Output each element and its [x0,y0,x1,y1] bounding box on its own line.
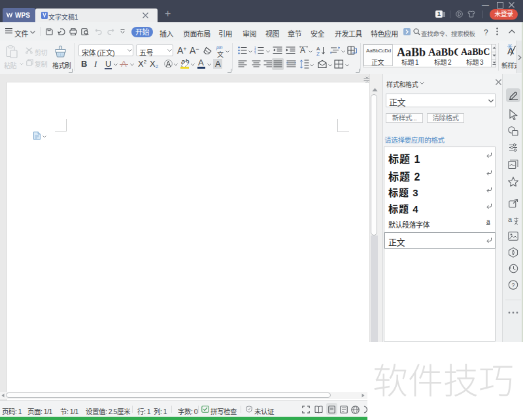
svg-text:?: ? [512,282,515,289]
svg-text:A: A [300,46,305,55]
svg-text:3: 3 [254,52,256,55]
svg-text:Z: Z [316,51,320,56]
